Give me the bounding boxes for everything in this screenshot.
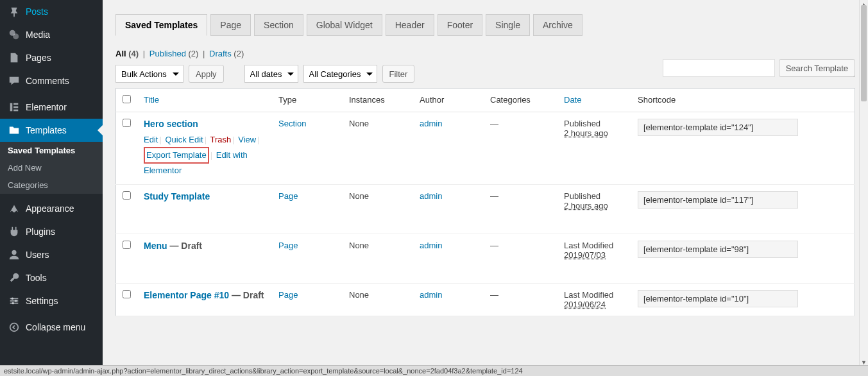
col-shortcode: Shortcode bbox=[631, 89, 855, 112]
sidebar-item-media[interactable]: Media bbox=[0, 23, 103, 46]
col-instances: Instances bbox=[343, 89, 413, 112]
sidebar-item-label: Plugins bbox=[26, 226, 55, 237]
svg-point-13 bbox=[10, 323, 19, 332]
sidebar-item-label: Users bbox=[26, 250, 49, 260]
select-all-checkbox[interactable] bbox=[123, 95, 131, 103]
shortcode-field[interactable] bbox=[638, 191, 798, 209]
browser-statusbar: estsite.local/wp-admin/admin-ajax.php?ac… bbox=[0, 365, 868, 376]
search-button[interactable]: Search Template bbox=[779, 59, 855, 77]
sidebar-item-posts[interactable]: Posts bbox=[0, 0, 103, 23]
tab-saved-templates[interactable]: Saved Templates bbox=[115, 14, 207, 36]
col-date[interactable]: Date bbox=[564, 95, 581, 105]
row-title-link[interactable]: Hero section bbox=[144, 119, 198, 129]
row-type[interactable]: Page bbox=[278, 191, 298, 201]
row-title-link[interactable]: Study Template bbox=[144, 191, 210, 201]
sidebar-item-templates[interactable]: Templates bbox=[0, 119, 103, 142]
bulk-actions-select[interactable]: Bulk Actions bbox=[115, 65, 183, 83]
submenu-add-new[interactable]: Add New bbox=[0, 159, 103, 176]
collapse-icon bbox=[8, 321, 21, 334]
sidebar-item-elementor[interactable]: Elementor bbox=[0, 96, 103, 119]
page-icon bbox=[8, 51, 21, 64]
sidebar-item-plugins[interactable]: Plugins bbox=[0, 220, 103, 243]
row-author[interactable]: admin bbox=[420, 241, 442, 250]
elementor-icon bbox=[8, 101, 21, 114]
action-view[interactable]: View bbox=[238, 135, 256, 144]
sidebar-item-label: Elementor bbox=[26, 102, 67, 112]
svg-point-1 bbox=[13, 33, 19, 39]
row-checkbox[interactable] bbox=[123, 119, 131, 127]
scrollbar[interactable]: ▲ ▼ bbox=[859, 0, 868, 367]
row-title-link[interactable]: Elementor Page #10 bbox=[144, 290, 229, 300]
row-author[interactable]: admin bbox=[420, 119, 442, 128]
table-row: Elementor Page #10 — Draft Page None adm… bbox=[116, 284, 855, 316]
action-edit[interactable]: Edit bbox=[144, 135, 158, 144]
sidebar-item-settings[interactable]: Settings bbox=[0, 289, 103, 312]
post-state: — Draft bbox=[229, 290, 264, 300]
table-row: Study Template Page None admin — Publish… bbox=[116, 185, 855, 234]
sidebar-item-label: Pages bbox=[26, 53, 51, 63]
sidebar-item-label: Media bbox=[26, 30, 50, 40]
tab-single[interactable]: Single bbox=[486, 14, 530, 36]
row-type[interactable]: Section bbox=[278, 119, 306, 128]
user-icon bbox=[8, 248, 21, 261]
tab-footer[interactable]: Footer bbox=[438, 14, 482, 36]
row-type[interactable]: Page bbox=[278, 290, 298, 300]
tab-global-widget[interactable]: Global Widget bbox=[307, 14, 382, 36]
col-type: Type bbox=[272, 89, 343, 112]
plugin-icon bbox=[8, 225, 21, 238]
row-author[interactable]: admin bbox=[420, 191, 442, 201]
table-row: Hero section Edit| Quick Edit| Trash| Vi… bbox=[116, 112, 855, 185]
row-checkbox[interactable] bbox=[123, 241, 131, 249]
row-instances: None bbox=[343, 112, 413, 185]
tab-section[interactable]: Section bbox=[254, 14, 303, 36]
svg-rect-4 bbox=[13, 107, 18, 108]
sidebar-item-users[interactable]: Users bbox=[0, 243, 103, 266]
svg-rect-5 bbox=[13, 110, 18, 112]
svg-rect-3 bbox=[13, 103, 18, 105]
submenu-saved-templates[interactable]: Saved Templates bbox=[0, 142, 103, 159]
col-categories: Categories bbox=[484, 89, 557, 112]
sidebar-item-collapse[interactable]: Collapse menu bbox=[0, 316, 103, 339]
action-quick-edit[interactable]: Quick Edit bbox=[165, 135, 203, 144]
filter-drafts[interactable]: Drafts (2) bbox=[209, 49, 244, 58]
col-title[interactable]: Title bbox=[144, 95, 159, 105]
shortcode-field[interactable] bbox=[638, 290, 798, 307]
apply-button[interactable]: Apply bbox=[189, 65, 224, 83]
scrollbar-thumb[interactable] bbox=[861, 5, 867, 101]
row-checkbox[interactable] bbox=[123, 290, 131, 298]
pin-icon bbox=[8, 5, 21, 18]
sidebar-item-label: Settings bbox=[26, 296, 58, 306]
tab-archive[interactable]: Archive bbox=[533, 14, 583, 36]
shortcode-field[interactable] bbox=[638, 119, 798, 136]
sidebar-item-appearance[interactable]: Appearance bbox=[0, 197, 103, 220]
sidebar-item-pages[interactable]: Pages bbox=[0, 46, 103, 69]
action-trash[interactable]: Trash bbox=[210, 135, 231, 144]
main-content: Saved Templates Page Section Global Widg… bbox=[103, 0, 868, 376]
search-box: Search Template bbox=[663, 59, 855, 77]
svg-rect-2 bbox=[10, 103, 13, 112]
row-title-link[interactable]: Menu bbox=[144, 241, 167, 251]
dates-select[interactable]: All dates bbox=[244, 65, 298, 83]
row-checkbox[interactable] bbox=[123, 191, 131, 200]
row-instances: None bbox=[343, 185, 413, 234]
submenu-categories[interactable]: Categories bbox=[0, 176, 103, 194]
table-row: Menu — Draft Page None admin — Last Modi… bbox=[116, 234, 855, 284]
row-type[interactable]: Page bbox=[278, 241, 298, 250]
filter-all[interactable]: All (4) bbox=[115, 49, 139, 58]
filter-button[interactable]: Filter bbox=[382, 65, 415, 83]
row-instances: None bbox=[343, 284, 413, 316]
shortcode-field[interactable] bbox=[638, 241, 798, 258]
tab-page[interactable]: Page bbox=[210, 14, 251, 36]
folder-icon bbox=[8, 124, 21, 137]
categories-select[interactable]: All Categories bbox=[303, 65, 377, 83]
sidebar-item-tools[interactable]: Tools bbox=[0, 266, 103, 289]
filter-published[interactable]: Published (2) bbox=[149, 49, 199, 58]
row-author[interactable]: admin bbox=[420, 290, 442, 300]
sidebar-item-label: Templates bbox=[26, 125, 67, 135]
svg-point-10 bbox=[12, 298, 14, 300]
search-input[interactable] bbox=[663, 59, 775, 77]
action-export-template[interactable]: Export Template bbox=[146, 150, 207, 160]
settings-icon bbox=[8, 295, 21, 307]
tab-header[interactable]: Header bbox=[386, 14, 434, 36]
sidebar-item-comments[interactable]: Comments bbox=[0, 69, 103, 92]
